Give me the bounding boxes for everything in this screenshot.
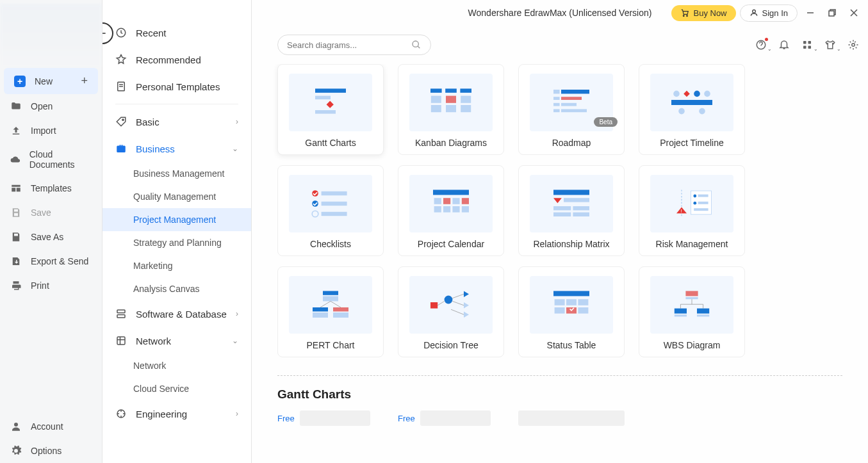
category-basic[interactable]: Basic › xyxy=(102,108,251,135)
help-button[interactable]: ⌄ xyxy=(755,39,767,51)
sidebar-save-as[interactable]: Save As xyxy=(0,225,102,249)
gear-icon xyxy=(10,445,22,457)
sidebar-label: New xyxy=(35,76,53,86)
subcategory-project-management[interactable]: Project Management xyxy=(102,208,251,231)
category-sidebar: Recent Recommended Personal Templates Ba xyxy=(102,0,252,463)
search-input[interactable] xyxy=(287,40,411,50)
subcategory-strategy-planning[interactable]: Strategy and Planning xyxy=(102,231,251,254)
category-engineering[interactable]: Engineering › xyxy=(102,400,251,427)
svg-line-87 xyxy=(452,301,464,305)
svg-rect-92 xyxy=(578,299,588,305)
card-label: Roadmap xyxy=(552,138,591,148)
card-pert-chart[interactable]: PERT Chart xyxy=(277,266,384,357)
bell-button[interactable] xyxy=(778,39,790,51)
sidebar-cloud-documents[interactable]: Cloud Documents xyxy=(0,143,102,176)
category-label: Business xyxy=(136,143,175,154)
svg-rect-24 xyxy=(445,88,457,92)
sidebar-templates[interactable]: Templates xyxy=(0,176,102,200)
subcategory-quality-management[interactable]: Quality Management xyxy=(102,185,251,208)
matrix-thumb-icon xyxy=(530,175,613,232)
subcategory-cloud-service[interactable]: Cloud Service xyxy=(102,377,251,400)
badge-icon xyxy=(115,54,127,65)
svg-rect-39 xyxy=(561,109,587,112)
sign-in-button[interactable]: Sign In xyxy=(740,4,798,22)
subcategory-marketing[interactable]: Marketing xyxy=(102,254,251,277)
svg-rect-83 xyxy=(430,302,438,309)
sidebar-save: Save xyxy=(0,200,102,225)
buy-now-button[interactable]: Buy Now xyxy=(671,5,735,21)
sidebar-label: Options xyxy=(31,446,61,456)
card-wbs-diagram[interactable]: WBS Diagram xyxy=(639,266,745,357)
sidebar-label: Open xyxy=(31,101,53,111)
subcategory-business-management[interactable]: Business Management xyxy=(102,162,251,185)
category-software-database[interactable]: Software & Database › xyxy=(102,300,251,327)
maximize-button[interactable] xyxy=(823,4,841,22)
apps-button[interactable]: ⌄ xyxy=(801,39,813,51)
sidebar-options[interactable]: Options xyxy=(0,439,102,463)
svg-rect-71 xyxy=(698,195,708,197)
card-relationship-matrix[interactable]: Relationship Matrix xyxy=(518,165,625,256)
sidebar-new[interactable]: + New + xyxy=(4,68,98,94)
svg-point-46 xyxy=(312,190,318,197)
svg-point-50 xyxy=(312,211,318,217)
sidebar-export[interactable]: Export & Send xyxy=(0,249,102,273)
svg-rect-55 xyxy=(452,198,459,204)
sidebar-print[interactable]: Print xyxy=(0,273,102,298)
card-label: WBS Diagram xyxy=(664,340,721,350)
svg-rect-22 xyxy=(315,110,336,114)
settings-button[interactable] xyxy=(848,39,859,51)
sidebar-label: Save xyxy=(31,207,51,218)
template-item[interactable]: Free xyxy=(277,408,384,426)
svg-point-42 xyxy=(704,91,710,97)
category-recent[interactable]: Recent xyxy=(102,19,251,46)
database-icon xyxy=(115,308,127,320)
svg-rect-19 xyxy=(315,88,346,92)
card-status-table[interactable]: Status Table xyxy=(518,266,625,357)
card-label: Gantt Charts xyxy=(305,138,356,148)
svg-rect-58 xyxy=(443,206,450,213)
card-project-timeline[interactable]: Project Timeline xyxy=(639,64,745,155)
template-item[interactable]: Free xyxy=(398,408,504,426)
sidebar-import[interactable]: Import xyxy=(0,118,102,143)
category-recommended[interactable]: Recommended xyxy=(102,46,251,73)
document-icon xyxy=(115,81,127,92)
card-label: Project Calendar xyxy=(418,239,484,249)
category-business[interactable]: Business ⌄ xyxy=(102,135,251,162)
sidebar-account[interactable]: Account xyxy=(0,414,102,439)
svg-line-85 xyxy=(438,301,444,305)
svg-rect-65 xyxy=(553,213,571,216)
category-label: Basic xyxy=(136,117,160,127)
template-thumb-placeholder xyxy=(300,410,370,426)
card-decision-tree[interactable]: Decision Tree xyxy=(398,266,504,357)
sidebar-open[interactable]: Open xyxy=(0,94,102,118)
user-icon xyxy=(749,8,758,17)
svg-rect-49 xyxy=(322,202,347,206)
card-risk-management[interactable]: ! Risk Management xyxy=(639,165,745,256)
card-label: PERT Chart xyxy=(307,340,355,350)
category-personal-templates[interactable]: Personal Templates xyxy=(102,73,251,100)
card-roadmap[interactable]: Beta Roadmap xyxy=(518,64,625,155)
category-label: Personal Templates xyxy=(136,81,220,92)
template-content: Gantt Charts Kanban Diagrams Beta Roadma… xyxy=(252,64,868,463)
svg-rect-57 xyxy=(434,206,441,213)
minimize-button[interactable] xyxy=(801,4,819,22)
card-project-calendar[interactable]: Project Calendar xyxy=(398,165,504,256)
shirt-button[interactable]: ⌄ xyxy=(824,39,836,51)
svg-rect-31 xyxy=(461,105,471,112)
chevron-right-icon: › xyxy=(236,309,238,318)
card-checklists[interactable]: Checklists xyxy=(277,165,384,256)
card-kanban-diagrams[interactable]: Kanban Diagrams xyxy=(398,64,504,155)
svg-rect-62 xyxy=(564,198,589,202)
svg-rect-28 xyxy=(461,96,471,103)
category-network[interactable]: Network ⌄ xyxy=(102,327,251,354)
subcategory-network[interactable]: Network xyxy=(102,354,251,377)
card-gantt-charts[interactable]: Gantt Charts xyxy=(277,64,384,155)
free-label: Free xyxy=(398,411,415,426)
close-button[interactable] xyxy=(845,4,863,22)
template-item[interactable] xyxy=(518,408,625,426)
subcategory-analysis-canvas[interactable]: Analysis Canvas xyxy=(102,277,251,300)
sidebar-label: Cloud Documents xyxy=(29,149,92,170)
svg-rect-35 xyxy=(561,97,582,100)
svg-rect-93 xyxy=(555,307,565,314)
search-box[interactable] xyxy=(277,35,431,55)
